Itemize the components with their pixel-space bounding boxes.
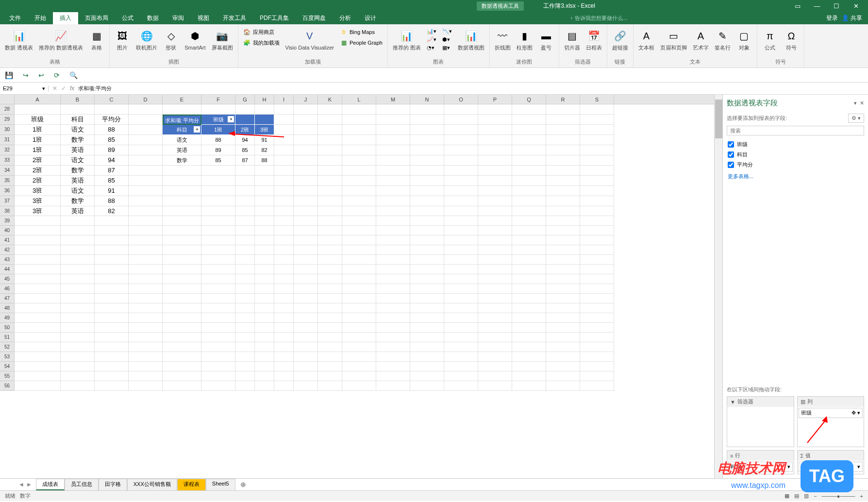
cell[interactable]: 科目 xyxy=(61,115,95,125)
cell[interactable]: 3班 xyxy=(15,206,61,216)
cell[interactable] xyxy=(15,265,61,274)
cell[interactable] xyxy=(546,255,580,265)
cell[interactable] xyxy=(376,196,410,206)
cell[interactable] xyxy=(255,166,274,176)
cell[interactable] xyxy=(294,371,318,381)
cell[interactable]: 1班 xyxy=(201,125,235,135)
cell[interactable] xyxy=(61,226,95,235)
cell[interactable] xyxy=(512,245,546,255)
cell[interactable] xyxy=(318,362,342,371)
view-layout-icon[interactable]: ▤ xyxy=(794,493,799,499)
cell[interactable] xyxy=(444,371,478,381)
cell[interactable] xyxy=(318,352,342,362)
row-header[interactable]: 36 xyxy=(0,186,15,196)
cell[interactable] xyxy=(444,362,478,371)
cell[interactable] xyxy=(163,274,201,284)
cell[interactable] xyxy=(376,303,410,313)
cell[interactable] xyxy=(95,255,129,265)
cell[interactable] xyxy=(580,255,614,265)
view-normal-icon[interactable]: ▦ xyxy=(785,493,789,499)
cell[interactable] xyxy=(294,284,318,294)
row-header[interactable]: 29 xyxy=(0,115,15,125)
cell[interactable] xyxy=(318,333,342,342)
cell[interactable] xyxy=(376,155,410,166)
cell[interactable] xyxy=(512,216,546,226)
cell[interactable] xyxy=(478,294,512,303)
cell[interactable] xyxy=(318,104,342,115)
cell[interactable] xyxy=(129,206,163,216)
sparkline-line-button[interactable]: 〰折线图 xyxy=(493,27,513,52)
cell[interactable] xyxy=(444,135,478,145)
cell[interactable] xyxy=(478,135,512,145)
cell[interactable] xyxy=(163,323,201,333)
cell[interactable] xyxy=(580,313,614,323)
cell[interactable] xyxy=(15,352,61,362)
cell[interactable] xyxy=(201,186,235,196)
cell[interactable] xyxy=(512,313,546,323)
cell[interactable] xyxy=(163,186,201,196)
cell[interactable] xyxy=(61,245,95,255)
cell[interactable] xyxy=(235,313,255,323)
cell[interactable] xyxy=(410,333,444,342)
cell[interactable] xyxy=(95,245,129,255)
cell[interactable]: 94 xyxy=(235,135,255,145)
save-icon[interactable]: 💾 xyxy=(5,71,13,79)
more-tables-link[interactable]: 更多表格... xyxy=(727,170,864,183)
sparkline-column-button[interactable]: ▮柱形图 xyxy=(515,27,534,52)
cell[interactable]: 88 xyxy=(95,125,129,135)
cell[interactable] xyxy=(444,255,478,265)
cell[interactable] xyxy=(410,381,444,391)
cell[interactable] xyxy=(376,371,410,381)
cell[interactable] xyxy=(444,216,478,226)
cell[interactable] xyxy=(546,166,580,176)
cell[interactable] xyxy=(580,265,614,274)
cell[interactable] xyxy=(444,125,478,135)
cell[interactable] xyxy=(512,333,546,342)
cell[interactable] xyxy=(294,155,318,166)
cell[interactable] xyxy=(294,176,318,186)
col-header-D[interactable]: D xyxy=(129,95,163,104)
cell[interactable] xyxy=(546,196,580,206)
cell[interactable] xyxy=(294,196,318,206)
cell[interactable] xyxy=(163,362,201,371)
fx-icon[interactable]: fx xyxy=(70,85,74,92)
chart-type-2[interactable]: 📈▾ xyxy=(425,35,438,44)
cell[interactable] xyxy=(546,352,580,362)
cell[interactable] xyxy=(580,303,614,313)
cell[interactable] xyxy=(294,362,318,371)
cell[interactable] xyxy=(163,333,201,342)
cell[interactable] xyxy=(410,284,444,294)
cell[interactable] xyxy=(546,362,580,371)
cell[interactable] xyxy=(294,235,318,245)
cell[interactable] xyxy=(318,371,342,381)
row-header[interactable]: 55 xyxy=(0,371,15,381)
cell[interactable] xyxy=(512,226,546,235)
cell[interactable] xyxy=(274,226,294,235)
cell[interactable] xyxy=(294,352,318,362)
cell[interactable] xyxy=(201,196,235,206)
cell[interactable] xyxy=(129,145,163,155)
cell[interactable] xyxy=(129,313,163,323)
row-header[interactable]: 45 xyxy=(0,274,15,284)
row-header[interactable]: 38 xyxy=(0,206,15,216)
cell[interactable] xyxy=(95,323,129,333)
cell[interactable] xyxy=(255,333,274,342)
cell[interactable] xyxy=(546,155,580,166)
cell[interactable] xyxy=(478,303,512,313)
chart-type-1[interactable]: 📊▾ xyxy=(425,27,438,35)
print-preview-icon[interactable]: 🔍 xyxy=(69,71,78,79)
cell[interactable] xyxy=(318,303,342,313)
column-field-item[interactable]: 班级✥ ▾ xyxy=(799,408,863,418)
cell[interactable] xyxy=(274,104,294,115)
cell[interactable] xyxy=(478,313,512,323)
cell[interactable] xyxy=(376,206,410,216)
enter-formula-icon[interactable]: ✓ xyxy=(61,85,66,92)
pivot-field-item[interactable]: 班级 xyxy=(727,139,864,150)
row-header[interactable]: 49 xyxy=(0,313,15,323)
cell[interactable] xyxy=(512,206,546,216)
cell[interactable] xyxy=(478,333,512,342)
cell[interactable] xyxy=(478,145,512,155)
cell[interactable] xyxy=(546,303,580,313)
cell[interactable] xyxy=(235,255,255,265)
cell[interactable] xyxy=(478,371,512,381)
